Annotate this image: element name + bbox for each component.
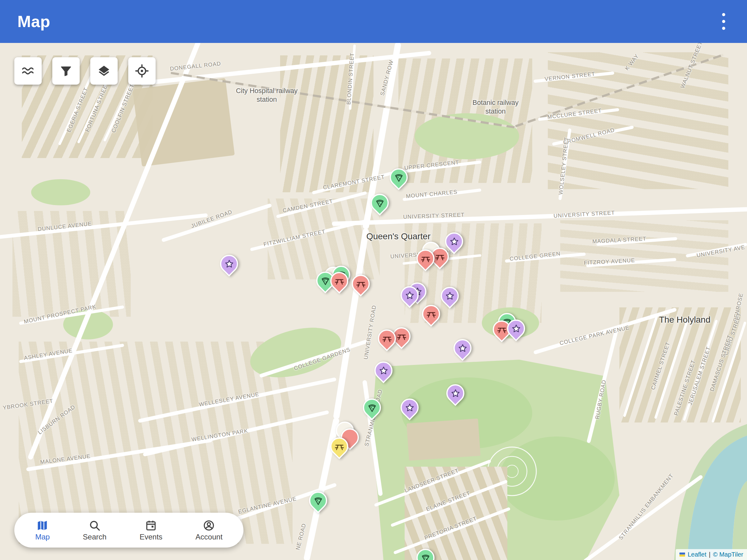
pin-bench-icon bbox=[379, 331, 395, 346]
pin-star-icon bbox=[447, 385, 463, 401]
app: Map bbox=[0, 0, 747, 560]
kebab-menu-icon[interactable] bbox=[718, 9, 729, 34]
pin-star-icon bbox=[402, 288, 417, 303]
nav-map-label: Map bbox=[35, 533, 50, 541]
leaflet-link[interactable]: Leaflet bbox=[688, 551, 706, 558]
nav-account[interactable]: Account bbox=[192, 518, 226, 542]
marker-star[interactable] bbox=[443, 380, 468, 406]
marker-star[interactable] bbox=[216, 251, 242, 276]
pin-star-icon bbox=[446, 234, 462, 249]
locate-icon bbox=[135, 64, 149, 78]
nav-search-label: Search bbox=[83, 533, 106, 541]
pin-bench-icon bbox=[423, 306, 439, 322]
locate-button[interactable] bbox=[128, 57, 156, 85]
pin-star-icon bbox=[508, 321, 524, 336]
marker-bench[interactable] bbox=[348, 271, 374, 296]
marker-star[interactable] bbox=[371, 358, 396, 383]
nav-map[interactable]: Map bbox=[32, 518, 53, 542]
pin-pizza-icon bbox=[364, 400, 380, 415]
pin-star-icon bbox=[455, 340, 470, 356]
pin-pizza-icon bbox=[310, 493, 326, 508]
tune-button[interactable] bbox=[14, 57, 42, 85]
calendar-icon bbox=[145, 519, 157, 532]
nav-events-label: Events bbox=[139, 533, 162, 541]
marker-pizza[interactable] bbox=[359, 395, 385, 420]
marker-pizza[interactable] bbox=[367, 190, 392, 216]
pin-pizza-icon bbox=[391, 169, 407, 185]
map-canvas[interactable]: DONEGALL ROADEGERIA STREETFORTUNA STREET… bbox=[0, 43, 747, 560]
markers-layer bbox=[0, 43, 747, 560]
layers-button[interactable] bbox=[90, 57, 118, 85]
marker-star[interactable] bbox=[450, 336, 475, 361]
account-icon bbox=[203, 519, 215, 532]
marker-bench[interactable] bbox=[418, 301, 444, 327]
marker-pizza[interactable] bbox=[305, 488, 331, 513]
map-controls bbox=[14, 57, 156, 85]
attribution-separator: | bbox=[709, 551, 710, 558]
nav-search[interactable]: Search bbox=[80, 518, 109, 542]
filter-icon bbox=[59, 64, 73, 78]
marker-star[interactable] bbox=[397, 395, 422, 420]
pin-bench-icon bbox=[353, 276, 368, 292]
pin-pizza-icon bbox=[418, 550, 433, 560]
waves-icon bbox=[21, 64, 35, 78]
leaflet-flag-icon bbox=[679, 553, 685, 557]
marker-pizza[interactable] bbox=[413, 545, 438, 560]
filter-button[interactable] bbox=[52, 57, 80, 85]
marker-pizza[interactable] bbox=[386, 165, 411, 190]
maptiler-link[interactable]: © MapTiler bbox=[713, 551, 743, 558]
pin-bench-icon bbox=[332, 273, 347, 289]
pin-star-icon bbox=[442, 288, 458, 304]
pin-star-icon bbox=[221, 256, 237, 272]
pin-bench-icon bbox=[418, 251, 433, 266]
app-header: Map bbox=[0, 0, 747, 43]
layers-icon bbox=[97, 64, 111, 78]
nav-events[interactable]: Events bbox=[136, 518, 165, 542]
bottom-nav: Map Search Events bbox=[14, 513, 243, 548]
pin-star-icon bbox=[376, 363, 391, 378]
pin-bench-icon bbox=[394, 328, 409, 344]
nav-account-label: Account bbox=[196, 533, 223, 541]
pin-bench-icon bbox=[332, 439, 347, 454]
map-icon bbox=[36, 519, 49, 532]
page-title: Map bbox=[18, 12, 50, 31]
pin-pizza-icon bbox=[372, 195, 387, 211]
pin-star-icon bbox=[402, 400, 417, 415]
marker-star[interactable] bbox=[437, 283, 463, 309]
map-attribution: Leaflet | © MapTiler bbox=[676, 549, 747, 560]
search-icon bbox=[88, 519, 101, 532]
